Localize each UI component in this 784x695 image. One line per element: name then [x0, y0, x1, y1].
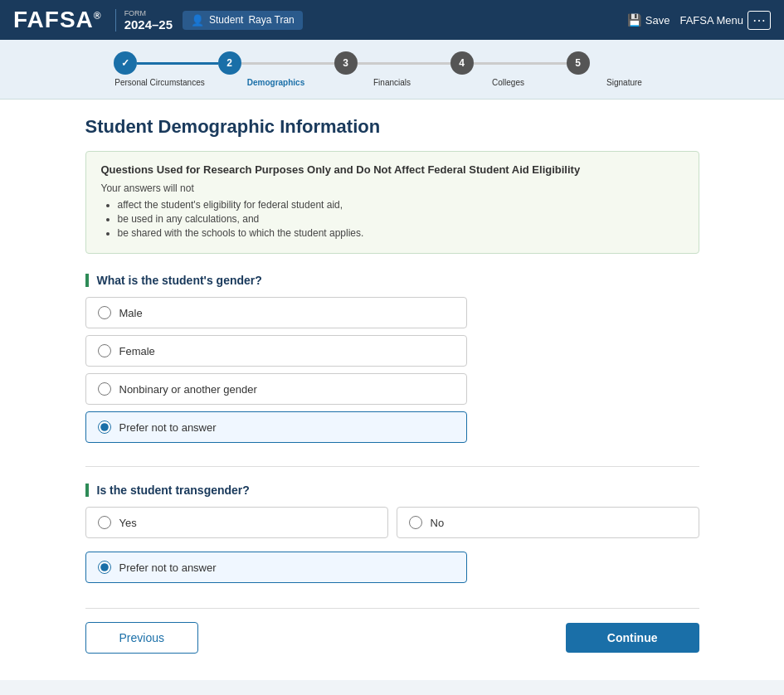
section-divider [85, 466, 699, 467]
step-circle-5: 5 [567, 51, 590, 75]
step-label-4: Colleges [492, 78, 524, 87]
info-box-bullet-3: be shared with the schools to which the … [118, 227, 684, 239]
transgender-radio-prefer[interactable] [98, 561, 111, 574]
menu-dots-icon: ⋯ [747, 11, 771, 30]
save-icon: 💾 [627, 13, 641, 27]
transgender-option-no[interactable]: No [397, 507, 699, 538]
info-box-subtitle: Your answers will not [101, 182, 684, 194]
step-signature: 5 Signature [567, 51, 683, 87]
info-box-bullet-1: affect the student's eligibility for fed… [118, 199, 684, 211]
form-year: FORM 2024–25 [115, 9, 173, 32]
info-box-bullet-2: be used in any calculations, and [118, 213, 684, 225]
transgender-radio-yes[interactable] [98, 516, 111, 529]
info-box-list: affect the student's eligibility for fed… [118, 199, 684, 239]
transgender-radio-no[interactable] [409, 516, 422, 529]
step-label-3: Financials [373, 78, 411, 87]
step-personal-circumstances: ✓ Personal Circumstances [102, 51, 218, 87]
header-left: FAFSA® FORM 2024–25 👤 Student Raya Tran [13, 7, 303, 33]
gender-option-prefer[interactable]: Prefer not to answer [85, 411, 467, 443]
gender-radio-prefer[interactable] [98, 420, 111, 434]
transgender-options-row: Yes No [85, 507, 699, 545]
gender-option-male[interactable]: Male [85, 297, 467, 328]
gender-option-nonbinary[interactable]: Nonbinary or another gender [85, 373, 467, 405]
header: FAFSA® FORM 2024–25 👤 Student Raya Tran … [0, 0, 784, 40]
save-button[interactable]: 💾 Save [627, 13, 670, 27]
student-label: Student [209, 14, 243, 26]
student-name: Raya Tran [248, 14, 294, 26]
progress-area: ✓ Personal Circumstances 2 Demographics … [0, 40, 784, 100]
step-label-5: Signature [606, 78, 642, 87]
header-right: 💾 Save FAFSA Menu ⋯ [627, 11, 771, 30]
step-circle-1: ✓ [114, 51, 137, 75]
connector-1-2 [137, 62, 218, 65]
gender-radio-female[interactable] [98, 344, 111, 357]
person-icon: 👤 [191, 14, 204, 27]
gender-radio-male[interactable] [98, 306, 111, 319]
fafsa-menu-button[interactable]: FAFSA Menu ⋯ [679, 11, 771, 30]
step-circle-3: 3 [334, 51, 358, 75]
gender-option-female[interactable]: Female [85, 335, 467, 367]
transgender-option-prefer[interactable]: Prefer not to answer [85, 552, 467, 583]
page-title: Student Demographic Information [85, 116, 699, 138]
transgender-question-section: Is the student transgender? Yes No Prefe… [85, 484, 699, 583]
transgender-option-yes[interactable]: Yes [85, 507, 388, 538]
step-label-1: Personal Circumstances [114, 78, 204, 87]
gender-question-section: What is the student's gender? Male Femal… [85, 274, 699, 443]
step-label-2: Demographics [247, 78, 304, 87]
footer-buttons: Previous Continue [85, 608, 699, 654]
connector-3-4 [358, 62, 450, 65]
connector-2-3 [241, 62, 334, 65]
info-box: Questions Used for Research Purposes Onl… [85, 151, 699, 254]
step-demographics: 2 Demographics [218, 51, 334, 87]
step-circle-4: 4 [450, 51, 474, 75]
transgender-question-label: Is the student transgender? [85, 484, 699, 497]
step-circle-2: 2 [218, 51, 241, 75]
gender-question-label: What is the student's gender? [85, 274, 699, 287]
year-label: 2024–25 [124, 17, 173, 32]
main-content: Student Demographic Information Question… [61, 100, 724, 680]
previous-button[interactable]: Previous [85, 622, 198, 654]
student-info: 👤 Student Raya Tran [183, 11, 303, 30]
fafsa-logo: FAFSA® [13, 7, 102, 33]
continue-button[interactable]: Continue [566, 623, 699, 653]
connector-4-5 [474, 62, 567, 65]
form-label: FORM [124, 9, 173, 17]
step-colleges: 4 Colleges [450, 51, 567, 87]
steps-wrapper: ✓ Personal Circumstances 2 Demographics … [102, 51, 683, 87]
gender-radio-nonbinary[interactable] [98, 382, 111, 396]
info-box-title: Questions Used for Research Purposes Onl… [101, 163, 684, 176]
step-financials: 3 Financials [334, 51, 450, 87]
